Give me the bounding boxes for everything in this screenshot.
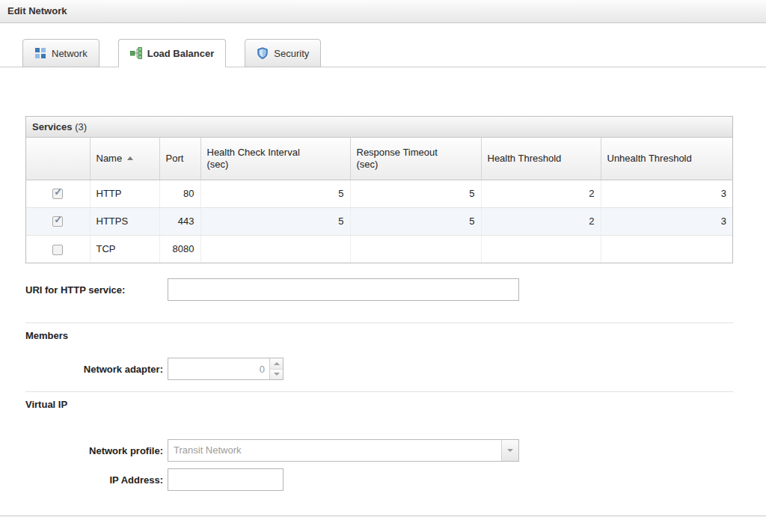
row-checkbox[interactable]: ✓ [52,189,63,199]
table-row-http[interactable]: ✓ HTTP 80 5 5 2 3 [26,180,732,207]
tab-separator-line [0,67,766,67]
ip-address-row: IP Address: [25,468,284,491]
check-icon: ✓ [54,214,62,225]
column-header-port[interactable]: Port [159,138,200,180]
ip-address-input[interactable] [168,468,284,491]
tab-network-label: Network [52,48,88,59]
cell-health: 2 [481,207,601,235]
services-count: (3) [75,121,87,132]
sort-asc-icon [127,156,133,160]
cell-name: HTTPS [90,207,159,235]
column-header-health-check-interval[interactable]: Health Check Interval (sec) [200,138,350,180]
network-adapter-label: Network adapter: [25,364,168,375]
uri-row: URI for HTTP service: [25,278,519,301]
cell-timeout: 5 [350,180,481,207]
tab-security-label: Security [274,48,309,59]
uri-label: URI for HTTP service: [25,284,168,296]
virtual-ip-section: Virtual IP [25,391,733,410]
table-row-https[interactable]: ✓ HTTPS 443 5 5 2 3 [26,207,732,235]
services-grid: Services (3) Name Port Health Check Inte… [25,116,733,263]
cell-name: HTTP [90,180,159,207]
cell-interval [200,235,350,263]
cell-timeout: 5 [350,207,481,235]
column-header-checkbox [26,138,90,180]
stepper-down-button[interactable] [270,370,283,380]
table-row-tcp[interactable]: ✓ TCP 8080 [26,235,732,263]
virtual-ip-heading: Virtual IP [25,399,733,410]
cell-port: 443 [159,207,200,235]
column-header-health-threshold[interactable]: Health Threshold [481,138,601,180]
network-adapter-row: Network adapter: [25,358,284,380]
cell-health [481,235,601,263]
row-checkbox-cell: ✓ [26,235,90,263]
tab-security[interactable]: Security [245,39,321,67]
column-header-response-timeout[interactable]: Response Timeout (sec) [350,138,481,180]
cell-interval: 5 [200,207,350,235]
stepper-up-button[interactable] [270,358,283,370]
services-table: Name Port Health Check Interval (sec) Re… [26,138,732,263]
check-icon: ✓ [54,186,62,198]
column-header-timeout-label: Response Timeout (sec) [357,147,438,170]
network-profile-row: Network profile: Transit Network [25,439,519,462]
dialog-title: Edit Network [0,0,766,23]
column-header-port-label: Port [166,153,184,164]
cell-port: 8080 [159,235,200,263]
load-balancer-panel: Services (3) Name Port Health Check Inte… [0,67,766,516]
cell-health: 2 [481,180,601,207]
row-checkbox[interactable]: ✓ [52,245,63,255]
services-grid-title: Services (3) [26,117,732,138]
network-profile-value: Transit Network [168,440,501,461]
cell-interval: 5 [200,180,350,207]
chevron-up-icon [274,362,280,365]
column-header-unhealth-threshold[interactable]: Unhealth Threshold [601,138,732,180]
row-checkbox[interactable]: ✓ [52,216,63,227]
column-header-health-label: Health Threshold [488,153,562,164]
services-header-row: Name Port Health Check Interval (sec) Re… [26,138,732,180]
column-header-unhealth-label: Unhealth Threshold [607,153,692,164]
network-profile-label: Network profile: [25,445,168,456]
network-adapter-stepper [168,358,284,380]
row-checkbox-cell: ✓ [26,180,90,207]
column-header-interval-label: Health Check Interval (sec) [207,147,300,170]
cell-timeout [350,235,481,263]
cell-unhealth [601,235,732,263]
column-header-name[interactable]: Name [90,138,159,180]
combo-trigger-button[interactable] [501,440,518,461]
members-heading: Members [25,330,733,341]
uri-input[interactable] [168,278,519,301]
tab-load-balancer[interactable]: Load Balancer [118,39,227,67]
stepper-triggers [269,358,283,379]
row-checkbox-cell: ✓ [26,207,90,235]
services-title-text: Services [32,121,73,132]
network-icon [34,47,46,59]
tab-bar: Network Load Balancer Security [0,23,766,67]
network-adapter-input[interactable] [168,358,269,379]
members-section: Members [25,322,733,341]
cell-unhealth: 3 [601,180,732,207]
column-header-name-label: Name [96,153,123,164]
security-shield-icon [257,47,269,59]
ip-address-label: IP Address: [25,474,168,486]
chevron-down-icon [507,449,513,452]
tab-load-balancer-label: Load Balancer [147,48,215,59]
tab-network[interactable]: Network [22,39,99,67]
cell-name: TCP [90,235,159,263]
cell-unhealth: 3 [601,207,732,235]
chevron-down-icon [274,373,280,376]
load-balancer-icon [130,47,142,59]
cell-port: 80 [159,180,200,207]
network-profile-combobox[interactable]: Transit Network [168,439,519,462]
